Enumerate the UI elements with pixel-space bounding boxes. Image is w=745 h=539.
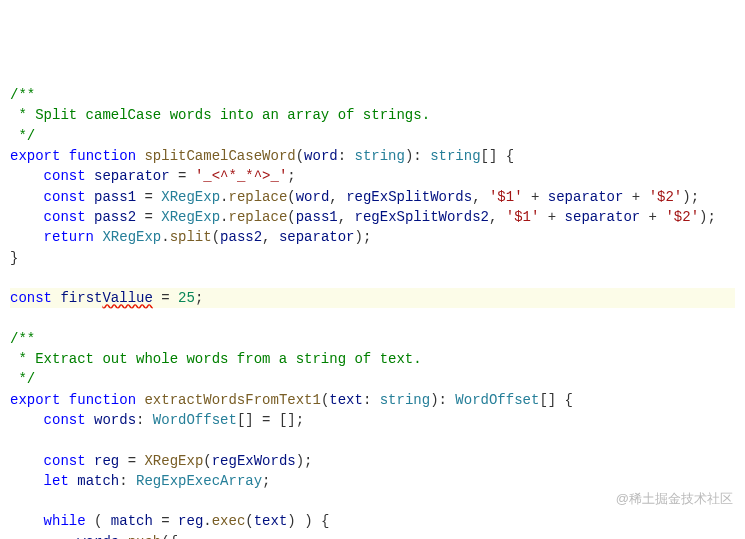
code-token: ); (682, 189, 699, 205)
code-line: const reg = XRegExp(regExWords); (10, 451, 735, 471)
code-line: const separator = '_<^*_*^>_'; (10, 166, 735, 186)
code-token: ); (355, 229, 372, 245)
code-token (10, 229, 44, 245)
code-token: function (69, 392, 136, 408)
code-token: ( (203, 453, 211, 469)
code-token: replace (228, 209, 287, 225)
code-line: } (10, 248, 735, 268)
code-token: + (623, 189, 648, 205)
code-token: * Split camelCase words into an array of… (10, 107, 430, 123)
code-token: const (10, 290, 52, 306)
code-line: let match: RegExpExecArray; (10, 471, 735, 491)
code-token: , (338, 209, 355, 225)
code-token: */ (10, 128, 35, 144)
code-token (10, 513, 44, 529)
code-token: const (44, 168, 86, 184)
code-token (86, 189, 94, 205)
code-token: = (153, 290, 178, 306)
code-token: ): (430, 392, 455, 408)
code-line: * Extract out whole words from a string … (10, 349, 735, 369)
code-token: reg (94, 453, 119, 469)
code-token: [] { (481, 148, 515, 164)
code-token: separator (279, 229, 355, 245)
code-line (10, 430, 735, 450)
code-token: separator (548, 189, 624, 205)
code-token: 25 (178, 290, 195, 306)
code-line: const pass2 = XRegExp.replace(pass1, reg… (10, 207, 735, 227)
code-token: pass1 (296, 209, 338, 225)
code-token: ; (262, 473, 270, 489)
code-token (10, 209, 44, 225)
code-token: '_<^*_*^>_' (195, 168, 287, 184)
code-token: ; (195, 290, 203, 306)
code-token: = (136, 209, 161, 225)
code-token: export (10, 148, 60, 164)
code-token: pass1 (94, 189, 136, 205)
code-token (86, 168, 94, 184)
code-token: XRegExp (102, 229, 161, 245)
code-token: text (329, 392, 363, 408)
code-token (10, 453, 44, 469)
code-token: split (170, 229, 212, 245)
code-token: + (640, 209, 665, 225)
code-token: regExWords (212, 453, 296, 469)
code-token: = (136, 189, 161, 205)
code-token: WordOffset (455, 392, 539, 408)
code-token: : (363, 392, 380, 408)
code-token: text (254, 513, 288, 529)
code-token: ; (287, 168, 295, 184)
code-token: push (128, 534, 162, 539)
code-token (10, 534, 77, 539)
code-token (86, 412, 94, 428)
code-token: const (44, 453, 86, 469)
code-token: ); (296, 453, 313, 469)
code-line (10, 268, 735, 288)
code-token: string (355, 148, 405, 164)
code-token: */ (10, 371, 35, 387)
code-token: words (94, 412, 136, 428)
code-token: exec (212, 513, 246, 529)
code-token (10, 473, 44, 489)
code-token (69, 473, 77, 489)
code-token: . (161, 229, 169, 245)
code-line: * Split camelCase words into an array of… (10, 105, 735, 125)
code-token: ): (405, 148, 430, 164)
code-token (60, 148, 68, 164)
code-line: /** (10, 329, 735, 349)
code-token: word (296, 189, 330, 205)
code-token: ( (287, 209, 295, 225)
code-token: + (523, 189, 548, 205)
code-token: XRegExp (144, 453, 203, 469)
code-token: : (136, 412, 153, 428)
code-token: words (77, 534, 119, 539)
code-token: separator (94, 168, 170, 184)
code-line: */ (10, 369, 735, 389)
code-line: return XRegExp.split(pass2, separator); (10, 227, 735, 247)
code-token: first (60, 290, 102, 306)
code-token: ( (287, 189, 295, 205)
code-token: ( (296, 148, 304, 164)
code-token: /** (10, 87, 35, 103)
code-line (10, 491, 735, 511)
code-token: * Extract out whole words from a string … (10, 351, 422, 367)
code-token: ( (245, 513, 253, 529)
code-token (10, 412, 44, 428)
code-token: string (430, 148, 480, 164)
code-token: , (329, 189, 346, 205)
code-token: pass2 (220, 229, 262, 245)
code-token: ); (699, 209, 716, 225)
code-token: match (77, 473, 119, 489)
code-token: const (44, 209, 86, 225)
code-line: words.push({ (10, 532, 735, 539)
code-token: , (472, 189, 489, 205)
code-token: function (69, 148, 136, 164)
code-token: '$1' (489, 189, 523, 205)
code-token: . (203, 513, 211, 529)
code-line: const firstVallue = 25; (10, 288, 735, 308)
code-line (10, 308, 735, 328)
code-token: const (44, 412, 86, 428)
code-token: '$1' (506, 209, 540, 225)
code-token: extractWordsFromText1 (144, 392, 320, 408)
code-token: } (10, 250, 18, 266)
code-token: ({ (161, 534, 178, 539)
